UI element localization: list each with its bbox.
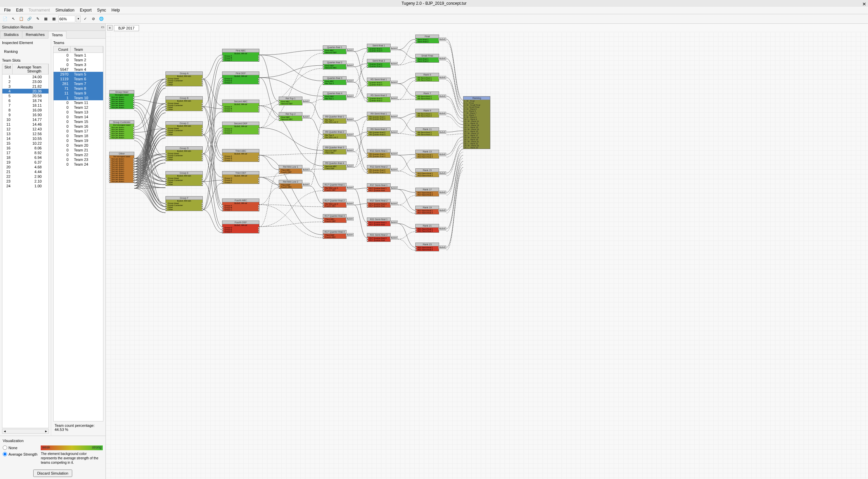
canvas[interactable]: + BJP 2017 Group HeadStrongest seedNot y…	[106, 24, 868, 479]
table-row[interactable]: 11Team 9	[54, 91, 103, 96]
table-row[interactable]: 816.09	[2, 108, 48, 112]
zoom-input[interactable]	[58, 16, 75, 22]
h-scrollbar[interactable]: ◄►	[2, 429, 49, 434]
ranking-node[interactable]: Ranking1. W - Final2. L - Final3. W - Sm…	[463, 96, 490, 149]
diagram-node[interactable]: R5 Semi-final 1Quarter-final 1Quarter-fi…	[367, 78, 391, 86]
diagram-node[interactable]: Third DEFBo3x5, RR-difGroup DGroup EGrou…	[222, 171, 259, 184]
table-row[interactable]: 0Team 18	[54, 133, 103, 138]
tab-rematches[interactable]: Rematches	[22, 31, 48, 38]
table-row[interactable]: 0Team 3	[54, 62, 103, 67]
diagram-node[interactable]: Second ABCBo3x5, RR-difGroup AGroup BGro…	[222, 100, 259, 112]
globe-icon[interactable]: 🌐	[98, 15, 105, 23]
diagram-node[interactable]: R9 Semi-final 1R9 Quarter-final 1R9 Quar…	[367, 112, 391, 121]
table-row[interactable]: 0Team 11	[54, 100, 103, 105]
table-row[interactable]: 1212.43	[2, 127, 48, 131]
diagram-node[interactable]: Small FinalSemi-final 1Semi-final 2Bo3x5	[415, 54, 439, 63]
diagram-node[interactable]: Group EBo3x5, RR-h2hGroup HeadGroup Cont…	[165, 171, 203, 186]
diagram-node[interactable]: Rel Mid-Low 2Third DEFFourth ABCBo3x5	[279, 180, 302, 189]
table-row[interactable]: 281Team 7	[54, 81, 103, 86]
table-row[interactable]: 2970Team 5	[54, 72, 103, 77]
diagram-node[interactable]: Group Contester2nd strongest seedNot yet…	[109, 120, 134, 139]
menu-sync[interactable]: Sync	[94, 7, 109, 14]
table-row[interactable]: 0Team 2	[54, 58, 103, 62]
table-row[interactable]: 321.82	[2, 84, 48, 89]
table-row[interactable]: 0Team 15	[54, 119, 103, 124]
table-row[interactable]: 0Team 24	[54, 162, 103, 167]
diagram-node[interactable]: Quarter-final 3First ABCRel Top 2Bo3x5	[323, 76, 347, 85]
table-row[interactable]: 0Team 16	[54, 124, 103, 129]
add-tab-button[interactable]: +	[107, 25, 113, 30]
diagram-node[interactable]: Group DBo3x5, RR-h2hGroup HeadGroup Cont…	[165, 146, 203, 161]
table-row[interactable]: 168.06	[2, 146, 48, 150]
table-row[interactable]: 178.92	[2, 150, 48, 155]
diagram-node[interactable]: Quarter-final 1First ABCSecond DEFBo3x5	[323, 45, 347, 54]
minimize-icon[interactable]: ▭	[101, 25, 104, 29]
table-row[interactable]: 916.90	[2, 112, 48, 117]
table-row[interactable]: 0Team 23	[54, 157, 103, 162]
menu-file[interactable]: File	[1, 7, 13, 14]
diagram-node[interactable]: Rank 21R21 Semi-final 1R21 Semi-final 2B…	[415, 224, 439, 233]
diagram-node[interactable]: Rank 13R13 Semi-final 1R13 Semi-final 2B…	[415, 150, 439, 159]
table-row[interactable]: 1014.77	[2, 117, 48, 122]
tool-icon[interactable]: ✎	[34, 15, 41, 23]
diagram-node[interactable]: R17 Quarter-final 2Rel Mid-Low 2Fourth A…	[323, 199, 347, 208]
table-row[interactable]: 0Team 14	[54, 114, 103, 119]
diagram-node[interactable]: Rel Top 1First ABCSecond DEFBo3x5	[279, 97, 302, 105]
table-row[interactable]: 520.58	[2, 93, 48, 98]
table-row[interactable]: 223.00	[2, 79, 48, 84]
table-row[interactable]: 214.44	[2, 169, 48, 174]
diagram-node[interactable]: R9 Quarter-final 4Second ABCThird DEFBo3…	[323, 161, 347, 170]
diagram-node[interactable]: R9 Quarter-final 1Rel Top 1Rel Mid-Low 2…	[323, 115, 347, 124]
diagram-node[interactable]: R21 Semi-final 1R17 Quarter-final 1R17 Q…	[367, 217, 391, 226]
table-row[interactable]: 124.00	[2, 75, 48, 79]
diagram-node[interactable]: Group FBo3x5, RR-h2hGroup HeadGroup Cont…	[165, 196, 203, 211]
table-row[interactable]: 204.68	[2, 165, 48, 169]
table-row[interactable]: 0Team 19	[54, 138, 103, 143]
table-row[interactable]: 0Team 22	[54, 152, 103, 157]
diagram-node[interactable]: Group BBo3x5, RR-h2hGroup HeadGroup Cont…	[165, 96, 203, 111]
diagram-node[interactable]: Rank 19R17 Semi-final 1R17 Semi-final 2B…	[415, 206, 439, 214]
diagram-node[interactable]: R21 Semi-final 2R17 Quarter-final 2R17 Q…	[367, 233, 391, 242]
diagram-node[interactable]: Rank 9R9 Semi-final 1R9 Semi-final 2Bo3x…	[415, 109, 439, 118]
diagram-node[interactable]: Second DEFBo3x5, RR-difGroup DGroup EGro…	[222, 122, 259, 134]
diagram-node[interactable]: Semi-final 1Quarter-final 1Quarter-final…	[367, 44, 391, 53]
diagram-node[interactable]: First DEFBo3x5, RR-difGroup DGroup EGrou…	[222, 71, 259, 84]
slot-table[interactable]: Slot Average Team Strength 124.00223.003…	[2, 64, 49, 428]
table-row[interactable]: 0Team 17	[54, 129, 103, 133]
diagram-node[interactable]: Rank 7R5 Semi-final 1R5 Semi-final 2Bo3x…	[415, 91, 439, 100]
diagram-node[interactable]: R9 Quarter-final 3Second DEFThird ABCBo3…	[323, 146, 347, 154]
connect-icon[interactable]: 🔗	[26, 15, 33, 23]
close-icon[interactable]: ✕	[862, 1, 866, 7]
cancel-icon[interactable]: ⊘	[90, 15, 97, 23]
doc-icon[interactable]: 📋	[18, 15, 25, 23]
zoom-dropdown[interactable]: ▼	[76, 16, 81, 22]
diagram-node[interactable]: R17 Quarter-final 4Third DEFFourth ABCBo…	[323, 230, 347, 239]
diagram-node[interactable]: R13 Semi-final 1R9 Quarter-final 1R9 Qua…	[367, 149, 391, 158]
diagram-node[interactable]: Fourth DEFBo3x5, RR-difGroup DGroup EGro…	[222, 221, 259, 233]
table-row[interactable]: 1Team 10	[54, 96, 103, 100]
diagram-node[interactable]: Rank 17R17 Semi-final 1R17 Semi-final 2B…	[415, 188, 439, 196]
table-row[interactable]: 1119Team 6	[54, 77, 103, 81]
table-row[interactable]: 222.90	[2, 174, 48, 179]
table-row[interactable]: 1510.22	[2, 141, 48, 146]
viz-avg[interactable]: Average Strength	[3, 452, 37, 456]
diagram-node[interactable]: R17 Semi-final 1R17 Quarter-final 1R17 Q…	[367, 183, 391, 192]
diagram-node[interactable]: R17 Quarter-final 1Rel Mid-Low 1Fourth D…	[323, 183, 347, 192]
diagram-node[interactable]: FinalSemi-final 1Semi-final 2Bo5x5	[415, 35, 439, 43]
table-row[interactable]: 196.37	[2, 160, 48, 165]
diagram-node[interactable]: Rank 5R5 Semi-final 1R5 Semi-final 2Bo3x…	[415, 73, 439, 82]
team-table[interactable]: Count Team 0Team 10Team 20Team 35547Team…	[53, 46, 103, 421]
table-row[interactable]: 0Team 20	[54, 143, 103, 148]
cursor-icon[interactable]: ↖	[9, 15, 17, 23]
diagram-node[interactable]: R17 Semi-final 2R17 Quarter-final 2R17 Q…	[367, 199, 391, 208]
diagram-node[interactable]: R9 Semi-final 2R9 Quarter-final 2R9 Quar…	[367, 127, 391, 136]
grid-icon[interactable]: ▦	[42, 15, 50, 23]
grid2-icon[interactable]: ▩	[50, 15, 58, 23]
viz-none[interactable]: None	[3, 445, 37, 450]
diagram-node[interactable]: Rank 11R9 Semi-final 1R9 Semi-final 2Bo3…	[415, 127, 439, 136]
table-row[interactable]: 618.74	[2, 98, 48, 103]
diagram-node[interactable]: R13 Semi-final 2R9 Quarter-final 2R9 Qua…	[367, 165, 391, 174]
diagram-node[interactable]: Third ABCBo3x5, RR-difGroup AGroup BGrou…	[222, 149, 259, 162]
table-row[interactable]: 1410.55	[2, 136, 48, 141]
diagram-node[interactable]: Group CBo3x5, RR-h2hGroup HeadGroup Cont…	[165, 121, 203, 136]
